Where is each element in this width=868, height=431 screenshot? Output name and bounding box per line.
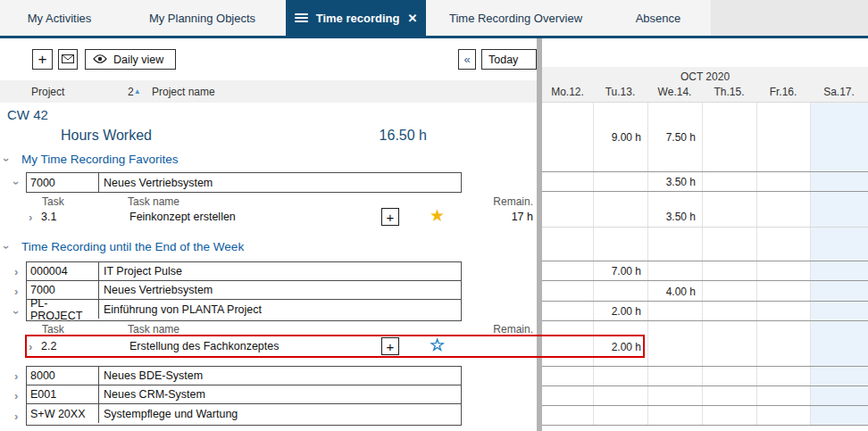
envelope-icon bbox=[62, 54, 74, 66]
project-row-pl-project[interactable]: PL-PROJECT Einführung von PLANTA Project bbox=[27, 300, 461, 319]
day-header-th: Th.15. bbox=[702, 86, 756, 98]
week-label: CW 42 bbox=[7, 107, 48, 122]
sort-indicator[interactable]: 2▲ bbox=[128, 86, 141, 98]
previous-button[interactable]: « bbox=[458, 49, 476, 70]
task-name[interactable]: Feinkonzept erstellen bbox=[129, 211, 236, 223]
eye-icon bbox=[93, 54, 107, 66]
hour-cell-000004-tu[interactable]: 7.00 h bbox=[592, 265, 641, 278]
menu-icon[interactable] bbox=[295, 13, 308, 23]
hour-cell-fav-7000-we[interactable]: 3.50 h bbox=[647, 176, 696, 188]
close-icon[interactable]: ✕ bbox=[407, 12, 417, 25]
project-id-cell[interactable]: S+W 20XX bbox=[27, 404, 99, 423]
today-dropdown[interactable]: Today bbox=[481, 49, 537, 70]
remain-column-header: Remain. bbox=[462, 195, 533, 208]
day-header-we: We.14. bbox=[647, 86, 702, 98]
grid-hline bbox=[542, 191, 868, 192]
add-booking-button[interactable]: + bbox=[381, 208, 399, 226]
sort-asc-icon: ▲ bbox=[134, 87, 141, 95]
column-header-project-name[interactable]: Project name bbox=[152, 86, 215, 98]
project-name-cell[interactable]: Systempflege und Wartung bbox=[99, 408, 461, 420]
task-column-header: Task bbox=[42, 323, 64, 336]
project-id-cell[interactable]: 000004 bbox=[27, 262, 99, 280]
grid-vline bbox=[593, 103, 594, 426]
remain-column-header: Remain. bbox=[462, 323, 533, 336]
hour-cell-task-2-2-tu[interactable]: 2.00 h bbox=[592, 341, 641, 353]
chevron-down-icon[interactable]: › bbox=[1, 158, 13, 162]
chevron-right-icon[interactable]: › bbox=[14, 390, 18, 402]
project-name-cell[interactable]: Neues BDE-System bbox=[99, 369, 461, 382]
project-name-cell[interactable]: Neues CRM-System bbox=[99, 388, 461, 401]
add-button[interactable]: + bbox=[32, 49, 53, 70]
grid-vline bbox=[647, 103, 648, 426]
grid-hline bbox=[542, 405, 868, 406]
tab-underline bbox=[0, 36, 868, 38]
project-row-favorites-7000[interactable]: 7000 Neues Vertriebsystem bbox=[26, 172, 462, 193]
project-rows-group: 000004 IT Project Pulse 7000 Neues Vertr… bbox=[26, 261, 462, 321]
chevron-down-icon[interactable]: › bbox=[1, 245, 13, 249]
section-week-title[interactable]: Time Recording until the End of the Week bbox=[21, 240, 244, 253]
tab-bar: My Activities My Planning Objects Time r… bbox=[0, 0, 868, 36]
project-row-8000[interactable]: 8000 Neues BDE-System bbox=[27, 367, 461, 385]
view-mode-label: Daily view bbox=[113, 54, 163, 66]
mail-button[interactable] bbox=[58, 49, 78, 70]
tab-my-planning-objects[interactable]: My Planning Objects bbox=[119, 0, 286, 36]
hour-cell-7000-we[interactable]: 4.00 h bbox=[647, 286, 696, 298]
project-id-cell[interactable]: 7000 bbox=[27, 173, 99, 192]
project-name-cell[interactable]: IT Project Pulse bbox=[99, 265, 461, 278]
grid-vline bbox=[810, 103, 811, 426]
grid-hline bbox=[542, 366, 868, 367]
chevron-right-icon[interactable]: › bbox=[29, 211, 32, 223]
tab-time-recording-overview[interactable]: Time Recording Overview bbox=[426, 0, 605, 36]
task-name-column-header: Task name bbox=[128, 323, 179, 336]
grid-hline bbox=[542, 261, 868, 261]
section-favorites-title[interactable]: My Time Recording Favorites bbox=[21, 153, 179, 166]
day-header-fr: Fr.16. bbox=[756, 86, 810, 98]
chevron-right-icon[interactable]: › bbox=[14, 266, 18, 278]
task-name-column-header: Task name bbox=[128, 195, 179, 208]
tab-my-activities[interactable]: My Activities bbox=[0, 0, 119, 36]
chevron-down-icon[interactable]: › bbox=[11, 311, 22, 314]
project-row-sw20xx[interactable]: S+W 20XX Systempflege und Wartung bbox=[27, 404, 461, 423]
chevron-right-icon[interactable]: › bbox=[14, 370, 18, 382]
tab-time-recording[interactable]: Time recording ✕ bbox=[286, 0, 426, 36]
grid-vline bbox=[756, 103, 757, 426]
view-mode-button[interactable]: Daily view bbox=[85, 49, 176, 70]
hours-worked-total: 16.50 h bbox=[355, 128, 427, 144]
grid-hline bbox=[542, 425, 868, 426]
chevron-right-icon[interactable]: › bbox=[14, 286, 18, 297]
favorite-star-filled-icon[interactable]: ★ bbox=[430, 207, 445, 224]
project-id-cell[interactable]: E001 bbox=[27, 385, 99, 403]
hour-cell-task-3-1-we[interactable]: 3.50 h bbox=[647, 211, 696, 223]
project-name-cell[interactable]: Einführung von PLANTA Project bbox=[99, 303, 461, 316]
grid-hline bbox=[542, 385, 868, 386]
project-rows-group: 8000 Neues BDE-System E001 Neues CRM-Sys… bbox=[26, 366, 462, 426]
grid-vline bbox=[702, 103, 703, 426]
chevron-right-icon[interactable]: › bbox=[14, 410, 18, 422]
project-id-cell[interactable]: 8000 bbox=[27, 367, 99, 385]
grid-hline bbox=[542, 227, 868, 228]
pane-splitter[interactable] bbox=[537, 38, 542, 431]
tab-time-recording-label: Time recording bbox=[316, 12, 400, 25]
task-id[interactable]: 3.1 bbox=[41, 211, 56, 223]
grid-hline bbox=[542, 280, 868, 281]
project-name-cell[interactable]: Neues Vertriebsystem bbox=[99, 284, 461, 296]
project-id-cell[interactable]: PL-PROJECT bbox=[27, 300, 99, 319]
hour-cell-pl-project-tu[interactable]: 2.00 h bbox=[592, 305, 641, 318]
project-row-e001[interactable]: E001 Neues CRM-System bbox=[27, 385, 461, 404]
project-row-000004[interactable]: 000004 IT Project Pulse bbox=[27, 262, 461, 281]
tab-absence[interactable]: Absence bbox=[605, 0, 711, 36]
day-header-sa: Sa.17. bbox=[810, 86, 868, 98]
project-name-cell[interactable]: Neues Vertriebsystem bbox=[99, 177, 461, 189]
time-recording-app: My Activities My Planning Objects Time r… bbox=[0, 0, 868, 431]
day-header-mo: Mo.12. bbox=[542, 86, 593, 98]
selected-row-highlight bbox=[25, 335, 645, 358]
left-grid-header bbox=[0, 80, 537, 103]
grid-hline bbox=[542, 102, 868, 103]
column-header-project[interactable]: Project bbox=[31, 86, 64, 98]
chevron-down-icon[interactable]: › bbox=[11, 181, 22, 185]
day-header-tu: Tu.13. bbox=[593, 86, 647, 98]
grid-hline bbox=[542, 320, 868, 321]
hour-cell-hours-worked-we[interactable]: 7.50 h bbox=[647, 131, 696, 144]
grid-hline bbox=[542, 301, 868, 302]
hour-cell-hours-worked-tu[interactable]: 9.00 h bbox=[592, 131, 641, 144]
